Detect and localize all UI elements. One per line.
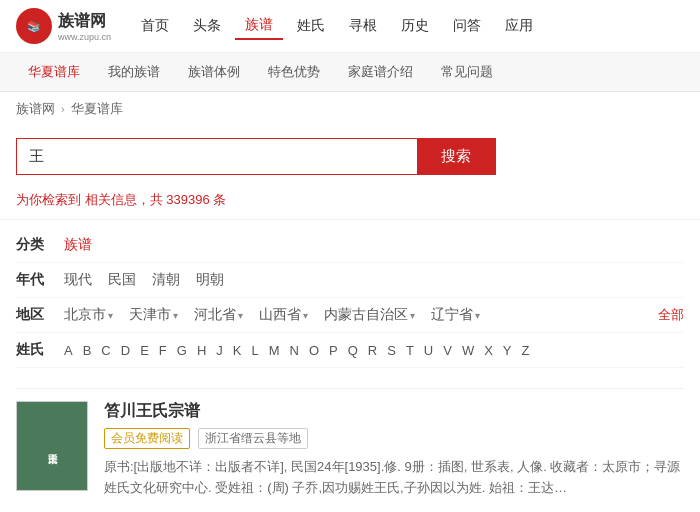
result-title[interactable]: 笞川王氏宗谱 — [104, 401, 684, 422]
sub-nav-family-intro[interactable]: 家庭谱介绍 — [336, 59, 425, 85]
filter-label-region: 地区 — [16, 306, 52, 324]
filter-row-category: 分类 族谱 — [16, 228, 684, 263]
alpha-item-k[interactable]: K — [233, 343, 242, 358]
filter-options-region: 北京市▾ 天津市▾ 河北省▾ 山西省▾ 内蒙古自治区▾ 辽宁省▾ 全部 — [64, 306, 684, 324]
filter-options-category: 族谱 — [64, 236, 684, 254]
search-box: 搜索 — [16, 138, 496, 175]
filter-options-era: 现代 民国 清朝 明朝 — [64, 271, 684, 289]
results-area: 王氏宗谱 笞川王氏宗谱 会员免费阅读 浙江省缙云县等地 原书:[出版地不详：出版… — [0, 376, 700, 511]
dropdown-arrow: ▾ — [303, 310, 308, 321]
breadcrumb-home[interactable]: 族谱网 — [16, 100, 55, 118]
logo: 📚 族谱网 www.zupu.cn — [16, 8, 111, 44]
sub-nav-my-genealogy[interactable]: 我的族谱 — [96, 59, 172, 85]
book-cover: 王氏宗谱 — [16, 401, 88, 491]
header: 📚 族谱网 www.zupu.cn 首页 头条 族谱 姓氏 寻根 历史 问答 应… — [0, 0, 700, 53]
filter-option-liaoning[interactable]: 辽宁省▾ — [431, 306, 480, 324]
breadcrumb-separator: › — [61, 103, 65, 115]
alpha-item-o[interactable]: O — [309, 343, 319, 358]
nav-item-headline[interactable]: 头条 — [183, 13, 231, 39]
dropdown-arrow: ▾ — [173, 310, 178, 321]
search-input[interactable] — [17, 139, 417, 174]
result-tags: 会员免费阅读 浙江省缙云县等地 — [104, 428, 684, 449]
filter-label-surname: 姓氏 — [16, 341, 52, 359]
filter-option-beijing[interactable]: 北京市▾ — [64, 306, 113, 324]
tag-location: 浙江省缙云县等地 — [198, 428, 308, 449]
logo-text: 族谱网 www.zupu.cn — [58, 11, 111, 42]
result-count: 为你检索到 相关信息，共 339396 条 — [0, 187, 700, 219]
alpha-item-f[interactable]: F — [159, 343, 167, 358]
sub-nav-style[interactable]: 族谱体例 — [176, 59, 252, 85]
result-description: 原书:[出版地不详：出版者不详], 民国24年[1935].修. 9册：插图, … — [104, 457, 684, 499]
filter-option-modern[interactable]: 现代 — [64, 271, 92, 289]
alpha-item-m[interactable]: M — [269, 343, 280, 358]
filter-option-ming[interactable]: 明朝 — [196, 271, 224, 289]
result-item: 王氏宗谱 笞川王氏宗谱 会员免费阅读 浙江省缙云县等地 原书:[出版地不详：出版… — [16, 388, 684, 499]
logo-sub-text: www.zupu.cn — [58, 32, 111, 42]
alpha-item-u[interactable]: U — [424, 343, 433, 358]
filter-label-era: 年代 — [16, 271, 52, 289]
filter-option-tianjin[interactable]: 天津市▾ — [129, 306, 178, 324]
filter-all-regions[interactable]: 全部 — [658, 306, 684, 324]
logo-icon: 📚 — [16, 8, 52, 44]
logo-icon-text: 📚 — [27, 20, 41, 33]
alpha-item-j[interactable]: J — [216, 343, 223, 358]
breadcrumb-current: 华夏谱库 — [71, 100, 123, 118]
sub-nav-advantages[interactable]: 特色优势 — [256, 59, 332, 85]
filter-row-region: 地区 北京市▾ 天津市▾ 河北省▾ 山西省▾ 内蒙古自治区▾ 辽宁省▾ 全部 — [16, 298, 684, 333]
alpha-item-g[interactable]: G — [177, 343, 187, 358]
main-navigation: 首页 头条 族谱 姓氏 寻根 历史 问答 应用 — [131, 12, 543, 40]
nav-item-apps[interactable]: 应用 — [495, 13, 543, 39]
result-intro: 为你检索到 相关信息，共 — [16, 192, 163, 207]
filter-option-shanxi[interactable]: 山西省▾ — [259, 306, 308, 324]
filter-option-hebei[interactable]: 河北省▾ — [194, 306, 243, 324]
alpha-item-s[interactable]: S — [387, 343, 396, 358]
filter-option-innermongolia[interactable]: 内蒙古自治区▾ — [324, 306, 415, 324]
nav-item-qa[interactable]: 问答 — [443, 13, 491, 39]
alpha-item-e[interactable]: E — [140, 343, 149, 358]
filter-alpha-options: ABCDEFGHJKLMNOPQRSTUVWXYZ — [64, 343, 529, 358]
alpha-item-p[interactable]: P — [329, 343, 338, 358]
dropdown-arrow: ▾ — [475, 310, 480, 321]
alpha-item-v[interactable]: V — [443, 343, 452, 358]
alpha-item-h[interactable]: H — [197, 343, 206, 358]
alpha-item-r[interactable]: R — [368, 343, 377, 358]
result-number: 339396 — [166, 192, 209, 207]
result-unit: 条 — [213, 192, 226, 207]
filter-row-era: 年代 现代 民国 清朝 明朝 — [16, 263, 684, 298]
filter-option-republic[interactable]: 民国 — [108, 271, 136, 289]
logo-main-text: 族谱网 — [58, 11, 111, 32]
alpha-item-c[interactable]: C — [101, 343, 110, 358]
filter-option-genealogy[interactable]: 族谱 — [64, 236, 92, 254]
alpha-item-l[interactable]: L — [251, 343, 258, 358]
result-info: 笞川王氏宗谱 会员免费阅读 浙江省缙云县等地 原书:[出版地不详：出版者不详],… — [104, 401, 684, 499]
dropdown-arrow: ▾ — [108, 310, 113, 321]
alpha-item-d[interactable]: D — [121, 343, 130, 358]
alpha-item-q[interactable]: Q — [348, 343, 358, 358]
alpha-item-y[interactable]: Y — [503, 343, 512, 358]
dropdown-arrow: ▾ — [238, 310, 243, 321]
alpha-item-n[interactable]: N — [290, 343, 299, 358]
alpha-item-b[interactable]: B — [83, 343, 92, 358]
dropdown-arrow: ▾ — [410, 310, 415, 321]
nav-item-surname[interactable]: 姓氏 — [287, 13, 335, 39]
filter-label-category: 分类 — [16, 236, 52, 254]
alpha-item-z[interactable]: Z — [522, 343, 530, 358]
alpha-item-x[interactable]: X — [484, 343, 493, 358]
sub-navigation: 华夏谱库 我的族谱 族谱体例 特色优势 家庭谱介绍 常见问题 — [0, 53, 700, 92]
alpha-item-w[interactable]: W — [462, 343, 474, 358]
alpha-item-a[interactable]: A — [64, 343, 73, 358]
nav-item-home[interactable]: 首页 — [131, 13, 179, 39]
filter-row-surname: 姓氏 ABCDEFGHJKLMNOPQRSTUVWXYZ — [16, 333, 684, 368]
filter-area: 分类 族谱 年代 现代 民国 清朝 明朝 地区 北京市▾ 天津市▾ 河北省▾ — [0, 219, 700, 376]
sub-nav-faq[interactable]: 常见问题 — [429, 59, 505, 85]
filter-option-qing[interactable]: 清朝 — [152, 271, 180, 289]
search-button[interactable]: 搜索 — [417, 139, 495, 174]
breadcrumb: 族谱网 › 华夏谱库 — [0, 92, 700, 126]
alpha-item-t[interactable]: T — [406, 343, 414, 358]
sub-nav-library[interactable]: 华夏谱库 — [16, 59, 92, 85]
tag-vip[interactable]: 会员免费阅读 — [104, 428, 190, 449]
nav-item-history[interactable]: 历史 — [391, 13, 439, 39]
search-area: 搜索 — [0, 126, 700, 187]
nav-item-roots[interactable]: 寻根 — [339, 13, 387, 39]
nav-item-genealogy[interactable]: 族谱 — [235, 12, 283, 40]
